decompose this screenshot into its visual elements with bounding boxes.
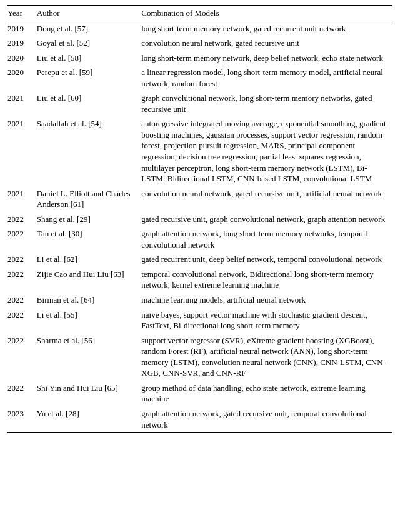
cell-author: Sharma et al. [56] xyxy=(37,333,141,381)
table-row: 2021Saadallah et al. [54]autoregressive … xyxy=(8,116,392,186)
cell-author: Liu et al. [60] xyxy=(37,91,141,116)
cell-combo: a linear regression model, long short-te… xyxy=(141,65,392,91)
cell-combo: long short-term memory network, deep bel… xyxy=(141,51,392,66)
cell-combo: long short-term memory network, gated re… xyxy=(141,21,392,36)
cell-author: Saadallah et al. [54] xyxy=(37,116,141,186)
header-combo: Combination of Models xyxy=(141,6,392,21)
cell-combo: graph attention network, gated recursive… xyxy=(141,406,392,433)
cell-author: Dong et al. [57] xyxy=(37,21,141,36)
header-author: Author xyxy=(37,6,141,21)
cell-year: 2022 xyxy=(8,252,37,267)
cell-combo: support vector regressor (SVR), eXtreme … xyxy=(141,333,392,381)
cell-combo: gated recurrent unit, deep belief networ… xyxy=(141,252,392,267)
cell-combo: group method of data handling, echo stat… xyxy=(141,381,392,406)
cell-author: Shang et al. [29] xyxy=(37,212,141,227)
cell-combo: machine learning models, artificial neur… xyxy=(141,293,392,308)
cell-author: Tan et al. [30] xyxy=(37,226,141,252)
cell-year: 2022 xyxy=(8,212,37,227)
cell-author: Yu et al. [28] xyxy=(37,406,141,433)
header-year: Year xyxy=(8,6,37,21)
cell-year: 2022 xyxy=(8,381,37,406)
cell-combo: temporal convolutional network, Bidirect… xyxy=(141,267,392,293)
cell-combo: autoregressive integrated moving average… xyxy=(141,116,392,186)
cell-year: 2021 xyxy=(8,116,37,186)
cell-year: 2020 xyxy=(8,51,37,66)
table-row: 2022Birman et al. [64]machine learning m… xyxy=(8,293,392,308)
cell-combo: graph convolutional network, long short-… xyxy=(141,91,392,116)
cell-combo: convolution neural network, gated recurs… xyxy=(141,186,392,212)
cell-author: Li et al. [62] xyxy=(37,252,141,267)
table-row: 2019Dong et al. [57]long short-term memo… xyxy=(8,21,392,36)
table-row: 2022Li et al. [62]gated recurrent unit, … xyxy=(8,252,392,267)
table-row: 2020Liu et al. [58]long short-term memor… xyxy=(8,51,392,66)
cell-author: Zijie Cao and Hui Liu [63] xyxy=(37,267,141,293)
cell-year: 2022 xyxy=(8,226,37,252)
cell-year: 2019 xyxy=(8,21,37,36)
cell-author: Li et al. [55] xyxy=(37,308,141,333)
table-row: 2022Li et al. [55]naive bayes, support v… xyxy=(8,308,392,333)
cell-year: 2022 xyxy=(8,333,37,381)
cell-year: 2021 xyxy=(8,186,37,212)
table-row: 2021Daniel L. Elliott and Charles Anders… xyxy=(8,186,392,212)
cell-author: Perepu et al. [59] xyxy=(37,65,141,91)
cell-combo: convolution neural network, gated recurs… xyxy=(141,36,392,51)
table-row: 2019Goyal et al. [52]convolution neural … xyxy=(8,36,392,51)
table-row: 2022Shi Yin and Hui Liu [65]group method… xyxy=(8,381,392,406)
cell-author: Daniel L. Elliott and Charles Anderson [… xyxy=(37,186,141,212)
table-row: 2022Shang et al. [29]gated recursive uni… xyxy=(8,212,392,227)
cell-author: Birman et al. [64] xyxy=(37,293,141,308)
cell-year: 2022 xyxy=(8,267,37,293)
cell-combo: gated recursive unit, graph convolutiona… xyxy=(141,212,392,227)
cell-year: 2022 xyxy=(8,293,37,308)
cell-year: 2022 xyxy=(8,308,37,333)
cell-year: 2021 xyxy=(8,91,37,116)
cell-author: Goyal et al. [52] xyxy=(37,36,141,51)
main-table: Year Author Combination of Models 2019Do… xyxy=(8,5,392,433)
table-row: 2020Perepu et al. [59]a linear regressio… xyxy=(8,65,392,91)
cell-year: 2020 xyxy=(8,65,37,91)
table-row: 2022Tan et al. [30]graph attention netwo… xyxy=(8,226,392,252)
table-row: 2022Zijie Cao and Hui Liu [63]temporal c… xyxy=(8,267,392,293)
table-row: 2023Yu et al. [28]graph attention networ… xyxy=(8,406,392,433)
cell-year: 2019 xyxy=(8,36,37,51)
cell-combo: naive bayes, support vector machine with… xyxy=(141,308,392,333)
cell-year: 2023 xyxy=(8,406,37,433)
table-row: 2022Sharma et al. [56]support vector reg… xyxy=(8,333,392,381)
cell-author: Shi Yin and Hui Liu [65] xyxy=(37,381,141,406)
table-row: 2021Liu et al. [60]graph convolutional n… xyxy=(8,91,392,116)
cell-author: Liu et al. [58] xyxy=(37,51,141,66)
cell-combo: graph attention network, long short-term… xyxy=(141,226,392,252)
